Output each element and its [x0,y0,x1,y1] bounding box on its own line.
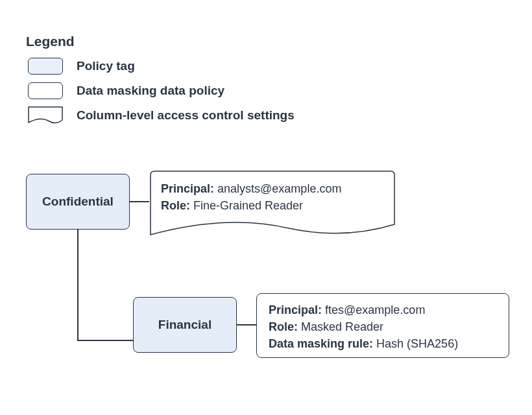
principal-value: analysts@example.com [217,182,341,195]
legend-title: Legend [26,34,295,49]
principal-label: Principal: [269,303,322,316]
role-value: Masked Reader [301,320,383,333]
legend-label: Policy tag [77,59,135,73]
role-label: Role: [161,199,190,212]
diagram: Confidential Principal: analysts@example… [26,174,513,394]
legend-block: Legend Policy tag Data masking data poli… [26,34,295,130]
rule-label: Data masking rule: [269,337,373,350]
principal-label: Principal: [161,182,214,195]
financial-tag: Financial [133,297,237,353]
legend-row-column-access: Column-level access control settings [26,105,295,126]
financial-label: Financial [158,318,212,332]
connector [130,201,149,202]
legend-row-policy-tag: Policy tag [26,56,295,77]
confidential-settings-text: Principal: analysts@example.com Role: Fi… [161,180,341,214]
role-value: Fine-Grained Reader [193,199,303,212]
confidential-label: Confidential [42,195,114,209]
legend-label: Data masking data policy [77,84,224,98]
confidential-settings-box: Principal: analysts@example.com Role: Fi… [149,170,396,239]
column-access-icon [26,106,65,124]
connector [77,340,133,341]
legend-row-masking-policy: Data masking data policy [26,80,295,101]
rule-value: Hash (SHA256) [376,337,458,350]
financial-policy-box: Principal: ftes@example.com Role: Masked… [256,293,509,358]
masking-policy-icon [26,82,65,100]
principal-value: ftes@example.com [325,303,425,316]
connector [77,230,79,340]
legend-label: Column-level access control settings [77,108,295,123]
role-label: Role: [269,320,298,333]
connector [237,324,256,326]
policy-tag-icon [26,57,65,75]
confidential-tag: Confidential [26,174,130,230]
